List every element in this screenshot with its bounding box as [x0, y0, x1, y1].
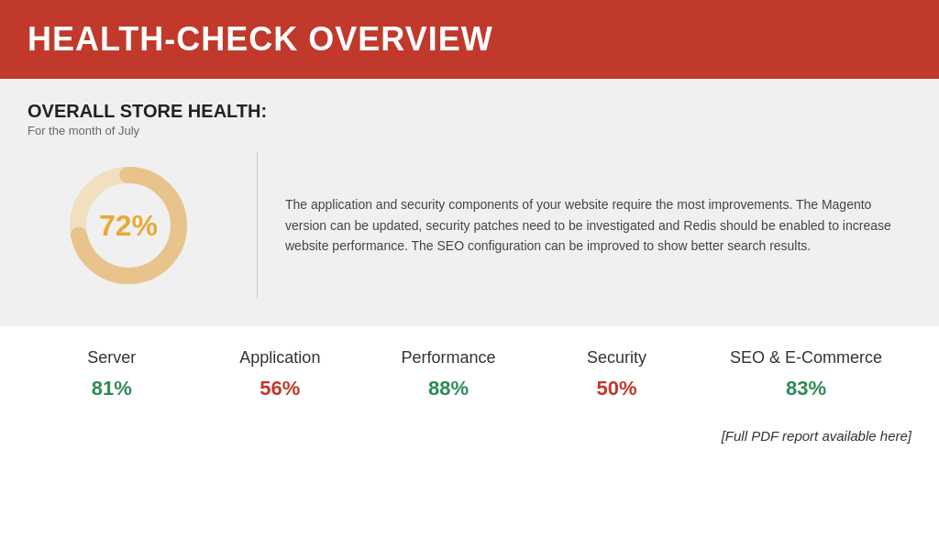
metrics-section: Server81%Application56%Performance88%Sec… — [0, 326, 939, 419]
overview-content: 72% The application and security compone… — [28, 152, 911, 299]
metric-item: Server81% — [57, 348, 167, 401]
overview-description: The application and security components … — [285, 194, 911, 256]
metric-value: 50% — [596, 377, 636, 401]
metric-value: 56% — [260, 377, 300, 401]
metric-label: Performance — [401, 348, 495, 368]
donut-percentage: 72% — [99, 209, 158, 243]
donut-chart: 72% — [60, 157, 197, 294]
metrics-row: Server81%Application56%Performance88%Sec… — [28, 348, 911, 410]
metric-label: Server — [87, 348, 136, 368]
section-divider — [257, 152, 258, 299]
metric-value: 81% — [92, 377, 132, 401]
metric-value: 88% — [428, 377, 469, 401]
overview-section: OVERALL STORE HEALTH: For the month of J… — [0, 79, 939, 326]
metric-label: Security — [587, 348, 646, 368]
overview-title: OVERALL STORE HEALTH: — [28, 101, 911, 122]
overview-subtitle: For the month of July — [28, 124, 911, 137]
donut-wrapper: 72% — [28, 157, 229, 294]
page-header: HEALTH-CHECK OVERVIEW — [0, 0, 939, 79]
metric-item: Application56% — [225, 348, 335, 401]
pdf-link[interactable]: [Full PDF report available here] — [722, 428, 911, 444]
metric-value: 83% — [786, 377, 826, 401]
metric-item: Security50% — [562, 348, 672, 401]
metric-label: Application — [239, 348, 320, 368]
metric-item: Performance88% — [393, 348, 503, 401]
metric-item: SEO & E-Commerce83% — [730, 348, 882, 401]
pdf-row: [Full PDF report available here] — [0, 419, 939, 462]
metric-label: SEO & E-Commerce — [730, 348, 882, 368]
page-title: HEALTH-CHECK OVERVIEW — [28, 20, 911, 59]
